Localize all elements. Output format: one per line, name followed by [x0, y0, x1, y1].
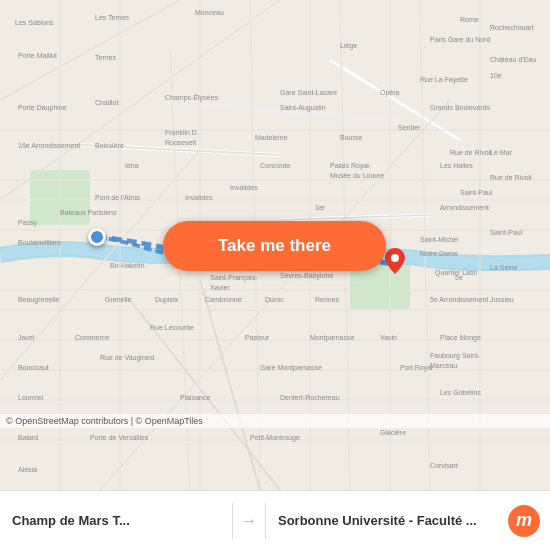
arrow-icon: →: [233, 512, 265, 530]
svg-text:Les Gobelins: Les Gobelins: [440, 389, 481, 396]
svg-text:Invalides: Invalides: [185, 194, 213, 201]
station-from-name: Champ de Mars T...: [12, 513, 220, 528]
svg-text:Faubourg Saint-: Faubourg Saint-: [430, 352, 481, 360]
svg-text:Rue de Rivoli: Rue de Rivoli: [490, 174, 532, 181]
svg-text:Rochechouart: Rochechouart: [490, 24, 534, 31]
svg-text:Port Royal: Port Royal: [400, 364, 433, 372]
svg-text:Madeleine: Madeleine: [255, 134, 287, 141]
svg-text:Bir-Hakeim: Bir-Hakeim: [110, 262, 145, 269]
svg-text:Concorde: Concorde: [260, 162, 290, 169]
svg-text:Roosevelt: Roosevelt: [165, 139, 196, 146]
svg-text:Bourse: Bourse: [340, 134, 362, 141]
svg-text:Alésia: Alésia: [18, 466, 37, 473]
svg-text:Les Halles: Les Halles: [440, 162, 473, 169]
svg-text:Rue de Vaugirard: Rue de Vaugirard: [100, 354, 154, 362]
svg-text:Grands Boulevards: Grands Boulevards: [430, 104, 490, 111]
svg-text:Saint-François-: Saint-François-: [210, 274, 258, 282]
svg-text:Sèvres-Babylone: Sèvres-Babylone: [280, 272, 333, 280]
end-location-marker: [385, 248, 405, 274]
svg-text:Corvisart: Corvisart: [430, 462, 458, 469]
copyright-text: © OpenStreetMap contributors | © OpenMap…: [6, 416, 203, 426]
svg-text:10e: 10e: [490, 72, 502, 79]
station-to-info: Sorbonne Université - Faculté ...: [266, 513, 498, 528]
svg-text:Gare Montparnasse: Gare Montparnasse: [260, 364, 322, 372]
svg-text:Opéra: Opéra: [380, 89, 400, 97]
svg-text:Bateaux Parisiens: Bateaux Parisiens: [60, 209, 117, 216]
moovit-logo: m: [498, 505, 550, 537]
svg-text:Commerce: Commerce: [75, 334, 109, 341]
svg-text:Rue de Rivoli: Rue de Rivoli: [450, 149, 492, 156]
svg-text:Boulainvilliers: Boulainvilliers: [18, 239, 61, 246]
svg-text:La Seine: La Seine: [490, 264, 518, 271]
svg-text:Les Ternes: Les Ternes: [95, 14, 130, 21]
svg-text:5e Arrondissement: 5e Arrondissement: [430, 296, 488, 303]
svg-text:Champs-Élysées: Champs-Élysées: [165, 93, 218, 102]
station-to-name: Sorbonne Université - Faculté ...: [278, 513, 486, 528]
svg-text:Balard: Balard: [18, 434, 38, 441]
svg-text:Dupleix: Dupleix: [155, 296, 179, 304]
svg-text:Les Sablons: Les Sablons: [15, 19, 54, 26]
svg-text:Notre Dame: Notre Dame: [420, 250, 458, 257]
svg-text:Montparnasse: Montparnasse: [310, 334, 354, 342]
map-container: Les Sablons Les Ternes Monceau Rome Port…: [0, 0, 550, 490]
svg-text:Porte de Versailles: Porte de Versailles: [90, 434, 149, 441]
svg-text:Javel: Javel: [18, 334, 35, 341]
svg-text:Franklin D.: Franklin D.: [165, 129, 199, 136]
svg-text:Duroc: Duroc: [265, 296, 284, 303]
svg-text:Palais Royal-: Palais Royal-: [330, 162, 372, 170]
svg-text:Rennes: Rennes: [315, 296, 340, 303]
svg-text:Arrondissement: Arrondissement: [440, 204, 489, 211]
start-location-marker: [88, 228, 106, 246]
svg-text:Marceau: Marceau: [430, 362, 457, 369]
svg-text:Rue La Fayette: Rue La Fayette: [420, 76, 468, 84]
svg-text:Passy: Passy: [18, 219, 38, 227]
svg-text:Saint-Paul: Saint-Paul: [460, 189, 493, 196]
svg-text:Lourmel: Lourmel: [18, 394, 44, 401]
svg-text:Place Monge: Place Monge: [440, 334, 481, 342]
svg-text:Le Mar: Le Mar: [490, 149, 512, 156]
copyright-bar: © OpenStreetMap contributors | © OpenMap…: [0, 414, 550, 428]
svg-text:Monceau: Monceau: [195, 9, 224, 16]
svg-text:Musée du Louvre: Musée du Louvre: [330, 172, 384, 179]
svg-text:Saint-Michel: Saint-Michel: [420, 236, 459, 243]
svg-text:Pont de l'Alma: Pont de l'Alma: [95, 194, 140, 201]
svg-text:Petit-Montrouge: Petit-Montrouge: [250, 434, 300, 442]
svg-text:Boissière: Boissière: [95, 142, 124, 149]
svg-text:Jussieu: Jussieu: [490, 296, 514, 303]
svg-text:Invalides: Invalides: [230, 184, 258, 191]
moovit-icon: m: [508, 505, 540, 537]
svg-text:Rue Lecourbe: Rue Lecourbe: [150, 324, 194, 331]
svg-text:Saint-Paul: Saint-Paul: [490, 229, 523, 236]
svg-text:Porte Maillot: Porte Maillot: [18, 52, 57, 59]
svg-text:Cambronne: Cambronne: [205, 296, 242, 303]
svg-text:Vavin: Vavin: [380, 334, 397, 341]
svg-text:Pasteur: Pasteur: [245, 334, 270, 341]
svg-text:Saint-Augustin: Saint-Augustin: [280, 104, 326, 112]
svg-text:Beaugrenelle: Beaugrenelle: [18, 296, 59, 304]
svg-text:Liège: Liège: [340, 42, 357, 50]
svg-text:Boucicaut: Boucicaut: [18, 364, 49, 371]
bottom-bar: Champ de Mars T... → Sorbonne Université…: [0, 490, 550, 550]
take-me-there-button[interactable]: Take me there: [163, 221, 386, 271]
svg-text:Plaisance: Plaisance: [180, 394, 210, 401]
svg-text:Porte Dauphine: Porte Dauphine: [18, 104, 67, 112]
svg-text:Rome: Rome: [460, 16, 479, 23]
svg-text:Ternes: Ternes: [95, 54, 117, 61]
svg-text:Chaillot: Chaillot: [95, 99, 118, 106]
svg-point-119: [391, 254, 399, 262]
svg-text:Grenelle: Grenelle: [105, 296, 132, 303]
svg-text:Paris Gare du Nord: Paris Gare du Nord: [430, 36, 490, 43]
svg-text:5e: 5e: [455, 274, 463, 281]
svg-text:Château d'Eau: Château d'Eau: [490, 56, 536, 63]
svg-text:16e Arrondissement: 16e Arrondissement: [18, 142, 80, 149]
station-from-info: Champ de Mars T...: [0, 513, 232, 528]
svg-text:Denfert-Rochereau: Denfert-Rochereau: [280, 394, 340, 401]
svg-text:Glacière: Glacière: [380, 429, 406, 436]
svg-text:1er: 1er: [315, 204, 326, 211]
svg-text:Sentier: Sentier: [398, 124, 421, 131]
svg-text:Xavier: Xavier: [210, 284, 231, 291]
svg-text:Iéna: Iéna: [125, 162, 139, 169]
svg-text:Gare Saint-Lazare: Gare Saint-Lazare: [280, 89, 337, 96]
